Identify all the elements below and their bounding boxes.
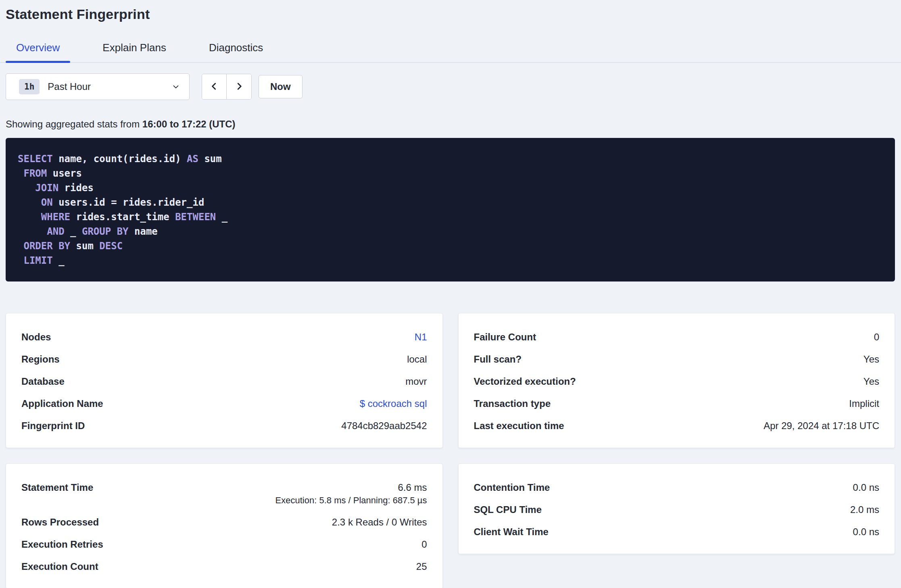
row-value: 2.3 k Reads / 0 Writes: [332, 517, 427, 527]
summary-row: Execution Retries0: [21, 539, 427, 549]
chevron-left-icon: [209, 81, 219, 93]
row-value-group: 0: [874, 332, 879, 342]
row-value-group: local: [407, 354, 427, 364]
row-value-group: N1: [415, 332, 427, 342]
sql-line: FROM users: [18, 166, 883, 181]
summary-row: SQL CPU Time2.0 ms: [474, 505, 880, 515]
row-subvalue: Execution: 5.8 ms / Planning: 687.5 µs: [275, 496, 427, 505]
row-label: SQL CPU Time: [474, 505, 542, 515]
row-label: Database: [21, 376, 65, 386]
statement-fingerprint-page: Statement Fingerprint OverviewExplain Pl…: [0, 6, 901, 588]
row-value: 25: [416, 561, 427, 571]
row-value-group: Yes: [863, 354, 879, 364]
row-value: Implicit: [849, 398, 879, 409]
row-value: Apr 29, 2024 at 17:18 UTC: [763, 421, 879, 431]
summary-row: Statement Time6.6 msExecution: 5.8 ms / …: [21, 482, 427, 505]
sql-line: JOIN rides: [18, 181, 883, 195]
sql-line: SELECT name, count(rides.id) AS sum: [18, 152, 883, 166]
aggregated-stats-prefix: Showing aggregated stats from: [6, 119, 142, 129]
summary-row: Contention Time0.0 ns: [474, 482, 880, 492]
row-value: 4784cb829aab2542: [341, 421, 427, 431]
chevron-right-icon: [234, 81, 244, 93]
row-value-group: 0.0 ns: [853, 482, 879, 492]
summary-row: Failure Count0: [474, 332, 880, 342]
summary-cards: NodesN1RegionslocalDatabasemovrApplicati…: [6, 313, 895, 588]
row-value-link[interactable]: $ cockroach sql: [360, 398, 427, 409]
row-value: 0: [421, 539, 427, 549]
row-value-group: 4784cb829aab2542: [341, 421, 427, 431]
sql-statement-box: SELECT name, count(rides.id) AS sum FROM…: [6, 138, 895, 281]
row-label: Full scan?: [474, 354, 522, 364]
row-value: 0.0 ns: [853, 527, 879, 537]
row-value-group: $ cockroach sql: [360, 398, 427, 409]
summary-row: Fingerprint ID4784cb829aab2542: [21, 421, 427, 431]
row-value-group: Implicit: [849, 398, 879, 409]
summary-row: Regionslocal: [21, 354, 427, 364]
time-range-select[interactable]: 1h Past Hour: [6, 73, 190, 100]
summary-row: Execution Count25: [21, 561, 427, 571]
row-label: Nodes: [21, 332, 51, 342]
row-label: Application Name: [21, 398, 103, 409]
time-range-nav: [202, 74, 252, 100]
summary-row: Application Name$ cockroach sql: [21, 398, 427, 409]
sql-line: LIMIT _: [18, 253, 883, 268]
row-value-group: movr: [405, 376, 427, 386]
summary-row: Transaction typeImplicit: [474, 398, 880, 409]
row-value-link[interactable]: N1: [415, 332, 427, 342]
tab-overview[interactable]: Overview: [6, 42, 70, 62]
row-label: Rows Processed: [21, 517, 99, 527]
row-value-group: 2.0 ms: [850, 505, 879, 515]
tab-bar: OverviewExplain PlansDiagnostics: [0, 42, 901, 63]
summary-row: Last execution timeApr 29, 2024 at 17:18…: [474, 421, 880, 431]
time-toolbar: 1h Past Hour Now: [6, 73, 895, 100]
row-label: Fingerprint ID: [21, 421, 85, 431]
row-value: Yes: [863, 376, 879, 386]
statement-time-card: Statement Time6.6 msExecution: 5.8 ms / …: [6, 463, 443, 588]
row-label: Execution Count: [21, 561, 98, 571]
row-value: movr: [405, 376, 427, 386]
sql-line: ORDER BY sum DESC: [18, 239, 883, 253]
aggregated-stats-range: 16:00 to 17:22 (UTC): [142, 119, 236, 129]
row-value: local: [407, 354, 427, 364]
row-value-group: 0.0 ns: [853, 527, 879, 537]
row-value: 2.0 ms: [850, 505, 879, 515]
row-label: Last execution time: [474, 421, 564, 431]
row-label: Execution Retries: [21, 539, 103, 549]
tab-explain-plans[interactable]: Explain Plans: [92, 42, 177, 62]
time-range-badge: 1h: [19, 79, 40, 94]
summary-row: Rows Processed2.3 k Reads / 0 Writes: [21, 517, 427, 527]
row-label: Vectorized execution?: [474, 376, 576, 386]
time-range-label: Past Hour: [48, 81, 91, 92]
summary-row: Client Wait Time0.0 ns: [474, 527, 880, 537]
row-value-group: 0: [421, 539, 427, 549]
execution-attributes-card: Failure Count0Full scan?YesVectorized ex…: [458, 313, 895, 448]
chevron-down-icon: [171, 82, 180, 91]
row-value: Yes: [863, 354, 879, 364]
next-range-button[interactable]: [227, 74, 251, 99]
row-label: Failure Count: [474, 332, 536, 342]
summary-row: Vectorized execution?Yes: [474, 376, 880, 386]
sql-line: ON users.id = rides.rider_id: [18, 195, 883, 210]
row-value: 0.0 ns: [853, 482, 879, 492]
previous-range-button[interactable]: [202, 74, 227, 99]
row-value-group: 2.3 k Reads / 0 Writes: [332, 517, 427, 527]
row-label: Regions: [21, 354, 60, 364]
row-value-group: Yes: [863, 376, 879, 386]
row-value: 0: [874, 332, 879, 342]
statement-details-card: NodesN1RegionslocalDatabasemovrApplicati…: [6, 313, 443, 448]
row-value-group: 25: [416, 561, 427, 571]
row-label: Statement Time: [21, 482, 93, 492]
sql-line: AND _ GROUP BY name: [18, 224, 883, 239]
now-button[interactable]: Now: [259, 75, 302, 98]
summary-row: NodesN1: [21, 332, 427, 342]
page-title: Statement Fingerprint: [6, 6, 901, 22]
summary-row: Full scan?Yes: [474, 354, 880, 364]
row-label: Transaction type: [474, 398, 551, 409]
summary-row: Databasemovr: [21, 376, 427, 386]
tab-diagnostics[interactable]: Diagnostics: [198, 42, 273, 62]
aggregated-stats-text: Showing aggregated stats from 16:00 to 1…: [6, 119, 895, 130]
row-value-group: 6.6 msExecution: 5.8 ms / Planning: 687.…: [275, 482, 427, 505]
row-label: Client Wait Time: [474, 527, 549, 537]
wait-time-card: Contention Time0.0 nsSQL CPU Time2.0 msC…: [458, 463, 895, 554]
row-value-group: Apr 29, 2024 at 17:18 UTC: [763, 421, 879, 431]
